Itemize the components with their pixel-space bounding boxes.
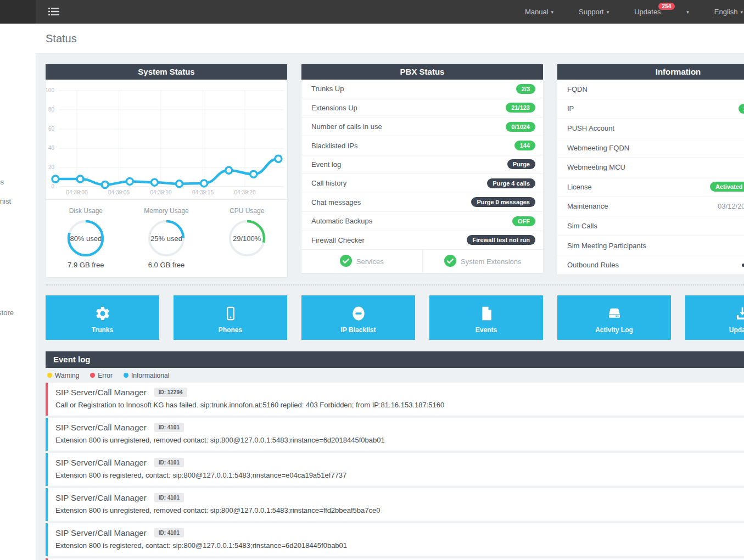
event-entry-header: SIP Server/Call ManagerID: 410105/ [55, 458, 744, 467]
pbx-badge-automatic-backups: OFF [512, 216, 535, 226]
svg-text:20: 20 [48, 164, 55, 170]
chevron-down-icon: ▾ [607, 9, 609, 15]
svg-text:04:39:05: 04:39:05 [108, 189, 130, 195]
sidebar-item-fragment-es[interactable]: es [0, 178, 4, 186]
event-log-panel: Event log WarningErrorInformational SIP … [46, 351, 744, 560]
info-row-webmeeting-fqdn: Webmeeting FQDN [557, 138, 744, 158]
pbx-badge-call-history[interactable]: Purge 4 calls [487, 178, 535, 188]
pbx-row-label: Trunks Up [311, 85, 516, 93]
quick-button-ip-blacklist[interactable]: IP Blacklist [301, 295, 415, 340]
pbx-footer-label: System Extensions [461, 257, 522, 266]
info-row-label: Webmeeting MCU [567, 163, 744, 171]
pbx-footer-label: Services [356, 257, 384, 266]
info-row-webmeeting-mcu: Webmeeting MCU [557, 158, 744, 177]
nav-item-english[interactable]: English▾ [714, 8, 743, 16]
info-badge-license: Activated Sta [710, 182, 744, 192]
gauge-disk-usage: Disk Usage80% used7.9 GB free [46, 207, 126, 277]
gauge-ring: 29/100% [227, 219, 267, 258]
hamburger-menu-icon[interactable] [48, 7, 59, 16]
svg-text:40: 40 [48, 145, 55, 151]
info-row-maintenance: Maintenance03/12/201 [557, 197, 744, 217]
pbx-row-label: Number of calls in use [311, 122, 506, 131]
event-log-legend: WarningErrorInformational [46, 368, 744, 383]
event-entry-header: SIP Server/Call ManagerID: 410105/ [55, 493, 744, 502]
event-entry-id-badge: ID: 4101 [154, 493, 184, 502]
usage-gauges: Disk Usage80% used7.9 GB freeMemory Usag… [46, 199, 287, 277]
svg-text:100: 100 [46, 87, 54, 93]
page-title: Status [36, 24, 744, 53]
legend-label: Informational [131, 372, 169, 379]
event-log-entries: SIP Server/Call ManagerID: 1229405/Call … [46, 383, 744, 560]
quick-button-label: Trunks [92, 326, 113, 334]
legend-item-informational: Informational [124, 372, 169, 379]
quick-button-label: IP Blacklist [341, 326, 376, 334]
gauge-label: Disk Usage [69, 207, 103, 215]
admin-console: Manual▾Support▾Updates254▾English▾ esoni… [0, 0, 744, 560]
event-entry: SIP Server/Call ManagerID: 410105/Extens… [46, 418, 744, 451]
information-panel: Information FQDNIP21PUSH AccountWebmeeti… [557, 64, 744, 275]
event-entry-title: SIP Server/Call Manager [55, 388, 147, 397]
pbx-footer-services: Services [301, 250, 422, 273]
info-badge-ip: 21 [739, 104, 744, 114]
sidebar-item-fragment-estore[interactable]: estore [0, 309, 14, 317]
event-entry-header: SIP Server/Call ManagerID: 410105/ [55, 423, 744, 432]
event-entry-title: SIP Server/Call Manager [55, 423, 147, 432]
check-icon [340, 255, 352, 268]
event-entry-message: Extension 800 is unregistered, removed c… [55, 506, 744, 514]
event-entry-id-badge: ID: 12294 [154, 388, 187, 397]
pbx-row-number-of-calls-in-use: Number of calls in use0/1024 [301, 117, 543, 136]
quick-button-trunks[interactable]: Trunks [46, 295, 159, 340]
nav-item-label: Manual [525, 8, 549, 16]
quick-button-events[interactable]: Events [429, 295, 543, 340]
info-row-label: Maintenance [567, 202, 718, 210]
nav-item-support[interactable]: Support▾ [579, 8, 609, 16]
event-entry-id-badge: ID: 4101 [154, 528, 184, 537]
event-entry-header: SIP Server/Call ManagerID: 410105/ [55, 528, 744, 537]
info-row-ip: IP21 [557, 99, 744, 119]
updates-count-badge: 254 [658, 3, 675, 10]
gauge-value: 29/100% [227, 219, 267, 258]
gauge-value: 80% used [66, 219, 105, 258]
pbx-badge-number-of-calls-in-use: 0/1024 [506, 122, 535, 132]
pbx-status-panel-header: PBX Status [301, 64, 543, 80]
quick-buttons-row: TrunksPhonesIP BlacklistEventsActivity L… [46, 295, 744, 340]
nav-item-label: Support [579, 8, 604, 16]
pbx-row-call-history: Call historyPurge 4 calls [301, 174, 543, 193]
quick-button-label: Updates [729, 326, 744, 334]
quick-button-updates[interactable]: Updates [685, 295, 744, 340]
gauge-value: 25% used [147, 219, 186, 258]
nav-item-manual[interactable]: Manual▾ [525, 8, 553, 16]
nav-item-updates[interactable]: Updates254▾ [634, 8, 689, 16]
system-status-panel-header: System Status [46, 64, 287, 80]
pbx-badge-firewall-checker[interactable]: Firewall test not run [467, 235, 535, 245]
pbx-row-label: Blacklisted IPs [311, 142, 514, 150]
pbx-badge-chat-messages[interactable]: Purge 0 messages [471, 197, 535, 207]
event-entry-message: Call or Registration to Innosoft KG has … [55, 401, 744, 409]
sidebar-item-fragment-onist[interactable]: onist [0, 197, 11, 205]
nav-item-label: Updates [634, 8, 661, 16]
event-entry: SIP Server/Call ManagerID: 1229405/Call … [46, 383, 744, 416]
pbx-footer-system-extensions: System Extensions [422, 250, 544, 273]
info-badge-outbound-rules[interactable] [742, 264, 744, 267]
chevron-down-icon: ▾ [686, 9, 689, 15]
navbar-logo-block [0, 0, 36, 24]
info-row-label: Outbound Rules [567, 261, 742, 269]
pbx-badge-event-log[interactable]: Purge [507, 159, 535, 169]
svg-text:04:39:10: 04:39:10 [150, 189, 172, 195]
quick-button-activity-log[interactable]: Activity Log [557, 295, 671, 340]
gauge-label: CPU Usage [230, 207, 264, 215]
pbx-row-extensions-up: Extensions Up21/123 [301, 98, 543, 117]
info-row-label: IP [567, 104, 739, 113]
quick-button-label: Activity Log [595, 326, 633, 334]
gauge-memory-usage: Memory Usage25% used6.0 GB free [126, 207, 207, 277]
quick-button-phones[interactable]: Phones [174, 295, 287, 340]
chevron-down-icon: ▾ [551, 9, 554, 15]
pbx-row-label: Chat messages [311, 198, 471, 206]
pbx-row-trunks-up: Trunks Up2/3 [301, 80, 543, 98]
gauge-cpu-usage: CPU Usage29/100% [206, 207, 287, 277]
info-row-label: Sim Meeting Participants [567, 242, 744, 250]
information-panel-header: Information [557, 64, 744, 80]
legend-dot-warning [47, 373, 52, 378]
info-row-fqdn: FQDN [557, 80, 744, 99]
event-entry-message: Extension 800 is registered, contact: si… [55, 471, 744, 479]
